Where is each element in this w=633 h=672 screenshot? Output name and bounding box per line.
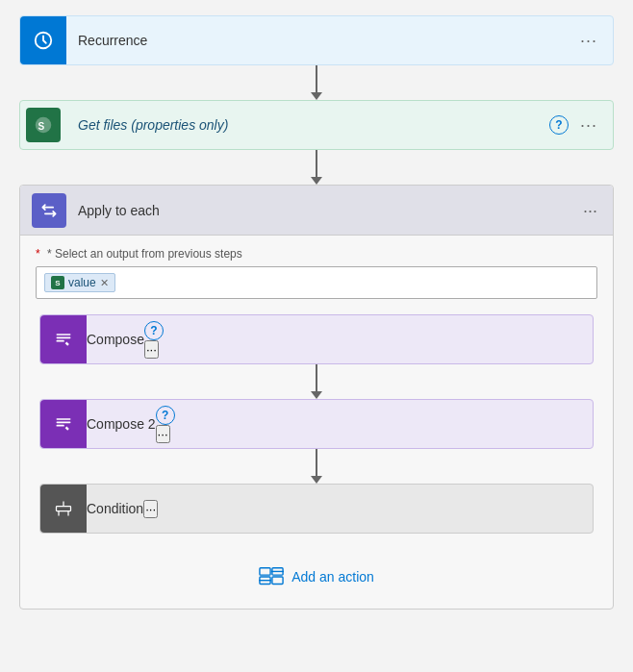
arrow-2 (311, 150, 322, 185)
apply-each-label: Apply to each (78, 203, 579, 218)
inner-steps: Compose ? ··· Compose 2 (20, 311, 613, 593)
add-action-icon (259, 564, 284, 589)
arrow-line-3 (316, 364, 317, 391)
compose2-svg (54, 414, 73, 434)
add-action-label: Add an action (291, 569, 374, 585)
value-tag-label: value (68, 276, 96, 289)
compose1-actions: ? ··· (144, 321, 164, 359)
compose1-svg (54, 330, 73, 349)
arrow-3 (311, 364, 322, 399)
condition-more-button[interactable]: ··· (143, 500, 158, 518)
svg-rect-3 (57, 507, 71, 511)
getfiles-more-button[interactable]: ··· (576, 112, 601, 137)
recurrence-actions: ··· (576, 28, 613, 53)
condition-actions: ··· (143, 500, 158, 518)
apply-to-each-header: Apply to each ··· (20, 186, 613, 236)
select-output-label: * * Select an output from previous steps (36, 247, 597, 261)
select-output-input[interactable]: S value ✕ (36, 266, 597, 299)
svg-rect-10 (272, 577, 283, 584)
arrow-head-2 (311, 177, 322, 185)
compose1-more-button[interactable]: ··· (144, 340, 159, 359)
flow-canvas: Recurrence ··· S Get files (properties o… (0, 0, 633, 625)
apply-each-more-button[interactable]: ··· (579, 198, 601, 223)
add-action-button[interactable]: Add an action (251, 560, 382, 593)
getfiles-actions: ? ··· (549, 112, 613, 137)
required-asterisk: * (36, 247, 40, 261)
recurrence-more-button[interactable]: ··· (576, 28, 601, 53)
arrow-line-1 (316, 65, 317, 92)
tag-sharepoint-icon: S (51, 276, 64, 289)
compose1-label: Compose (87, 332, 144, 347)
value-tag-close[interactable]: ✕ (100, 278, 109, 288)
arrow-head-1 (311, 92, 322, 100)
recurrence-label: Recurrence (66, 33, 576, 48)
arrow-4 (311, 449, 322, 484)
sharepoint-svg: S (33, 114, 54, 136)
select-output-text: * Select an output from previous steps (47, 247, 242, 261)
compose2-icon (40, 400, 87, 448)
condition-step: Condition ··· (39, 484, 594, 534)
recurrence-step: Recurrence ··· (19, 15, 614, 65)
svg-text:S: S (38, 121, 45, 132)
loop-svg (39, 201, 59, 220)
getfiles-label: Get files (properties only) (66, 117, 549, 133)
compose1-help-button[interactable]: ? (144, 321, 164, 340)
getfiles-icon: S (20, 101, 66, 149)
condition-label: Condition (87, 501, 143, 516)
apply-each-icon (32, 193, 66, 228)
arrow-head-4 (311, 476, 322, 484)
value-tag: S value ✕ (44, 273, 115, 292)
condition-icon (40, 485, 87, 533)
arrow-line-4 (316, 449, 317, 476)
clock-svg (33, 30, 54, 51)
compose1-icon (40, 315, 87, 363)
compose2-more-button[interactable]: ··· (156, 425, 170, 443)
arrow-head-3 (311, 391, 322, 399)
arrow-1 (311, 65, 322, 100)
getfiles-help-button[interactable]: ? (549, 115, 569, 135)
getfiles-step: S Get files (properties only) ? ··· (19, 100, 614, 150)
compose2-label: Compose 2 (87, 416, 156, 432)
add-table-svg (259, 566, 284, 587)
select-output-section: * * Select an output from previous steps… (20, 236, 613, 311)
apply-to-each-container: Apply to each ··· * * Select an output f… (19, 185, 614, 610)
recurrence-icon (20, 16, 66, 64)
compose2-help-button[interactable]: ? (156, 406, 175, 425)
compose2-step: Compose 2 ? ··· (39, 399, 594, 449)
sharepoint-icon: S (26, 108, 61, 142)
condition-svg (54, 499, 73, 518)
compose2-actions: ? ··· (156, 406, 175, 443)
arrow-line-2 (316, 150, 317, 177)
svg-rect-7 (260, 568, 270, 575)
compose1-step: Compose ? ··· (39, 314, 594, 364)
